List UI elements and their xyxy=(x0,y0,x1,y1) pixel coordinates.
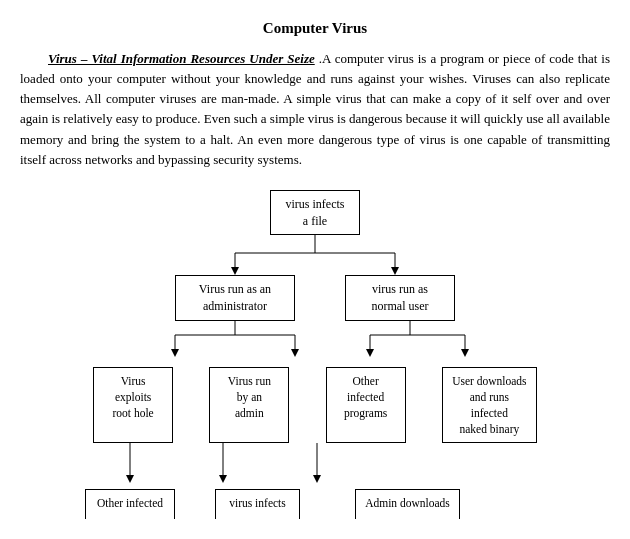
svg-marker-11 xyxy=(291,349,299,357)
box-run-admin: Virus run as anadministrator xyxy=(175,275,295,321)
level-2: Virus run as anadministrator virus run a… xyxy=(155,275,475,321)
box-run-by-admin: Virus runby anadmin xyxy=(209,367,289,443)
connector-l2-l3 xyxy=(75,321,555,367)
body-text-rest: .A computer virus is a program or piece … xyxy=(20,51,610,167)
box-virus-infects: virus infectsa file xyxy=(270,190,360,236)
svg-marker-23 xyxy=(313,475,321,483)
svg-marker-5 xyxy=(391,267,399,275)
svg-marker-17 xyxy=(461,349,469,357)
virus-diagram: virus infectsa file Virus run as anadmin… xyxy=(20,190,610,520)
box-other-infected: Otherinfectedprograms xyxy=(326,367,406,443)
connector-l3-l4 xyxy=(75,443,555,489)
svg-marker-10 xyxy=(171,349,179,357)
box-admin-downloads-partial: Admin downloads xyxy=(355,489,460,519)
bold-intro: Virus – Vital Information Resources Unde… xyxy=(48,51,315,66)
page: Computer Virus Virus – Vital Information… xyxy=(20,20,610,519)
body-paragraph: Virus – Vital Information Resources Unde… xyxy=(20,49,610,170)
page-title: Computer Virus xyxy=(20,20,610,37)
box-exploits-root: Virusexploitsroot hole xyxy=(93,367,173,443)
connector-l1-l2 xyxy=(155,235,475,275)
box-user-downloads: User downloadsand runs infectednaked bin… xyxy=(442,367,537,443)
svg-marker-19 xyxy=(126,475,134,483)
box-virus-infects-partial: virus infects xyxy=(215,489,300,519)
svg-marker-21 xyxy=(219,475,227,483)
svg-marker-4 xyxy=(231,267,239,275)
box-other-infected-partial: Other infected xyxy=(85,489,175,519)
level-3: Virusexploitsroot hole Virus runby anadm… xyxy=(75,367,555,443)
box-run-normal: virus run asnormal user xyxy=(345,275,455,321)
level-4: Other infected virus infects Admin downl… xyxy=(75,489,555,519)
svg-marker-16 xyxy=(366,349,374,357)
